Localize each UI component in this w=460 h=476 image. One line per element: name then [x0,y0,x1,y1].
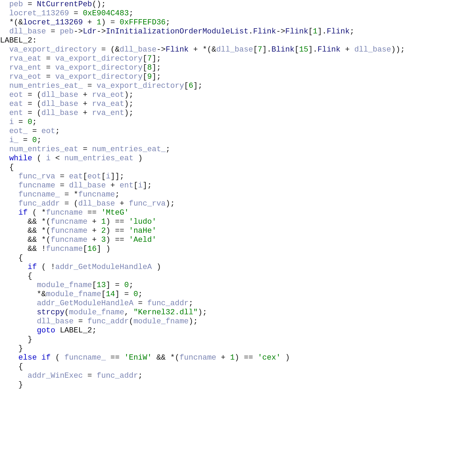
code-token: func_addr [147,299,189,308]
code-token: va_export_directory [55,63,143,72]
code-token: { [0,163,14,172]
code-token: ); [124,100,133,108]
code-token: ) == [106,227,129,235]
code-token: 8 [147,63,152,72]
code-token: ] ) [97,245,110,253]
code-token: if [28,263,37,271]
code-token: + [78,109,92,117]
code-token [0,181,18,190]
code-token [0,82,9,90]
code-token: funcname [51,236,87,244]
code-token: ); [124,91,133,99]
code-token: goto [37,326,55,335]
code-token: = ( [23,109,41,117]
code-token: num_entries_eat_ [9,82,83,90]
code-token: ]; [152,72,161,81]
code-token: module_fname [133,317,189,326]
code-token: rva_ent [9,63,41,72]
code-token: 0 [32,136,37,145]
code-token: ent [120,181,133,190]
code-token: [ [253,45,258,54]
code-token: . [248,27,253,36]
code-token: < [51,154,64,163]
code-token: i [9,118,14,126]
code-token [0,100,9,108]
code-token: 'cex' [258,353,281,362]
code-token: *(& [0,18,23,27]
code-token: && ! [0,245,46,253]
code-token: = [23,0,37,9]
code-token: ( [64,308,69,317]
code-token [0,208,18,217]
code-token: 'naHe' [129,227,156,235]
code-token: ) == [235,353,258,362]
code-token: funcname [179,353,216,362]
code-token: 0 [133,290,138,299]
code-token: ]; [143,181,152,190]
code-token: (); [92,0,106,9]
code-token: ; [189,299,193,308]
code-token: 'EniW' [124,353,152,362]
code-token: ] = [115,290,133,299]
code-token: func_rva [18,172,55,181]
code-token: } [0,381,23,389]
code-token: while [9,154,32,163]
code-token: va_export_directory [55,72,143,81]
code-token: ; [129,281,133,290]
code-token: Ldr [83,27,97,36]
code-token: 6 [189,82,193,90]
code-token: rva_eat [9,54,41,63]
code-token: } [0,335,32,344]
code-token [0,109,9,117]
code-token: addr_GetModuleHandleA [55,263,152,271]
code-token: + [87,227,101,235]
code-token: rva_eat [92,100,124,108]
code-token: && *( [0,217,51,226]
code-token: + [87,236,101,244]
code-token: + *(& [189,45,216,54]
code-token: = [41,72,55,81]
code-token: NtCurrentPeb [37,0,92,9]
code-token [0,299,37,308]
code-token: && *( [0,227,51,235]
code-token: ]; [152,54,161,63]
code-token: 1 [230,353,235,362]
code-token [0,145,9,154]
code-token: + [78,91,92,99]
code-token: module_fname [37,281,92,290]
code-token: rva_eot [9,72,41,81]
code-token: = [55,172,69,181]
code-token: i [106,172,110,181]
code-token [0,263,28,271]
code-token: -> [74,27,83,36]
code-token [0,317,37,326]
code-token: num_entries_eat_ [92,145,166,154]
code-token: ) [152,263,161,271]
code-token: ; [115,190,120,199]
code-token: Flink [317,45,340,54]
code-token: locret_113269 [9,9,69,18]
code-token: ; [166,18,170,27]
code-token: eot [9,91,23,99]
code-token: i [138,181,143,190]
code-token: [ [83,172,87,181]
code-token: 1 [97,18,101,27]
code-token: funcname [46,208,83,217]
code-token: = [83,371,97,380]
code-token: = ( [23,91,41,99]
code-token [0,45,9,54]
code-token: dll_base [216,45,253,54]
code-token: [ [184,82,189,90]
code-token: va_export_directory [55,54,143,63]
code-token: funcname [46,245,83,253]
code-token [0,308,37,317]
code-token: dll_base [41,109,78,117]
code-token: + [83,18,97,27]
code-token: ) == [106,236,129,244]
code-token: i [46,154,51,163]
code-token: && *( [0,236,51,244]
code-token: [ [143,63,147,72]
code-token: 9 [147,72,152,81]
code-token: + [87,217,101,226]
code-token: InInitializationOrderModuleList [106,27,248,36]
